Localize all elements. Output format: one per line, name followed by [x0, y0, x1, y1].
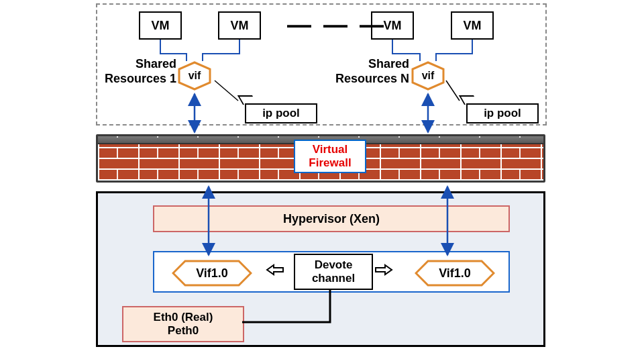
vif-hex-left: vif [176, 61, 213, 91]
devote-line: Devote [315, 258, 353, 272]
hypervisor-label: Hypervisor (Xen) [283, 212, 380, 226]
vm-label: VM [231, 19, 249, 33]
channel-container: Vif1.0 Devote channel Vif1.0 [153, 251, 510, 293]
svg-marker-4 [267, 265, 283, 274]
host-container: Hypervisor (Xen) Vif1.0 Devote channel V… [96, 191, 545, 347]
vfw-line: Firewall [309, 156, 351, 170]
ippool-label: ip pool [262, 107, 300, 120]
firewall-wall: Virtual Firewall [96, 134, 545, 183]
vif10-label: Vif1.0 [196, 266, 228, 281]
vm-box-2: VM [218, 11, 261, 40]
devote-channel-box: Devote channel [294, 254, 373, 290]
vif10-label: Vif1.0 [439, 266, 471, 281]
hollow-arrow-right-icon [374, 264, 393, 276]
vif10-right: Vif1.0 [415, 260, 495, 287]
eth0-box: Eth0 (Real) Peth0 [122, 306, 244, 342]
vif-label: vif [422, 70, 435, 82]
ellipsis-dashes: — — — [287, 11, 386, 39]
vif-label: vif [189, 70, 201, 82]
ippool-label: ip pool [484, 107, 521, 120]
shared-resources-1-label: Shared Resources 1 [97, 57, 176, 86]
shared-line: Resources 1 [97, 72, 176, 87]
vm-box-1: VM [139, 11, 182, 40]
shared-resources-n-label: Shared Resources N [327, 57, 409, 86]
hollow-arrow-left-icon [266, 264, 284, 276]
virtual-firewall-label: Virtual Firewall [294, 140, 366, 173]
shared-line: Shared [327, 57, 409, 72]
vm-label: VM [152, 19, 170, 33]
devote-line: channel [312, 272, 355, 285]
vm-box-4: VM [451, 11, 494, 40]
hypervisor-box: Hypervisor (Xen) [153, 205, 510, 232]
shared-line: Shared [97, 57, 176, 72]
vm-label: VM [464, 19, 482, 33]
vif-hex-right: vif [410, 61, 446, 91]
shared-line: Resources N [327, 72, 409, 87]
vfw-line: Virtual [313, 143, 348, 156]
ippool-right: ip pool [466, 103, 539, 123]
eth-line: Eth0 (Real) [154, 311, 213, 324]
svg-marker-5 [376, 265, 392, 274]
vif10-left: Vif1.0 [172, 260, 252, 287]
eth-line: Peth0 [168, 324, 199, 338]
ippool-left: ip pool [245, 103, 317, 123]
